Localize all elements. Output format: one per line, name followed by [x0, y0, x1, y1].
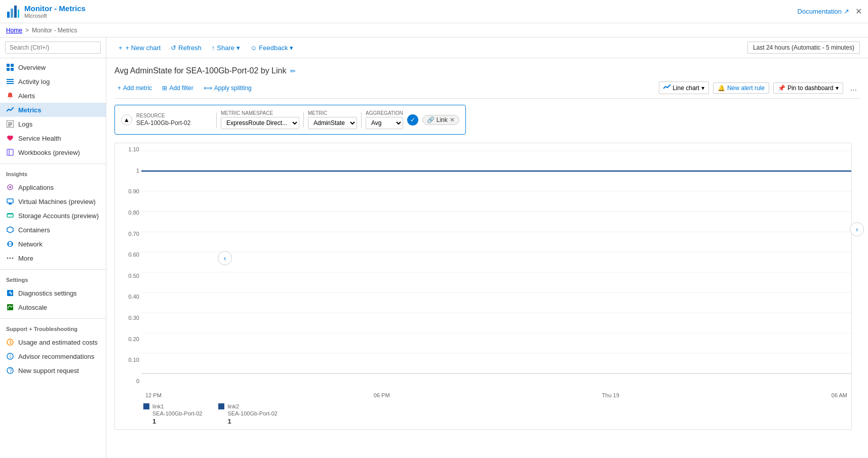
sidebar-divider-2 — [0, 269, 106, 270]
sidebar-item-overview[interactable]: Overview — [0, 60, 106, 74]
sidebar-divider-1 — [0, 163, 106, 164]
app-title-group: Monitor - Metrics Microsoft — [24, 4, 86, 19]
external-link-icon: ↗ — [844, 8, 849, 15]
aggregation-select[interactable]: Avg — [366, 117, 403, 129]
close-button[interactable]: ✕ — [855, 7, 862, 16]
aggregation-label: AGGREGATION — [366, 110, 403, 116]
share-icon: ↑ — [212, 44, 215, 52]
sidebar-item-more[interactable]: More — [0, 251, 106, 265]
sidebar-item-service-health[interactable]: Service Health — [0, 131, 106, 145]
sidebar-item-storage-accounts[interactable]: Storage Accounts (preview) — [0, 209, 106, 223]
sidebar-item-workbooks[interactable]: Workbooks (preview) — [0, 145, 106, 159]
chart-ctrl-right: Line chart ▾ 🔔 New alert rule 📌 Pin to d… — [659, 81, 860, 94]
edit-icon[interactable]: ✏ — [290, 67, 296, 75]
breadcrumb-home[interactable]: Home — [6, 27, 22, 34]
split-icon: ⟺ — [204, 85, 212, 92]
link-icon: 🔗 — [427, 116, 435, 123]
metric-field: METRIC AdminState — [308, 110, 357, 129]
support-icon: ? — [6, 366, 14, 374]
ellipsis-icon — [6, 254, 14, 262]
line-chart-icon — [663, 84, 670, 92]
sidebar-item-network[interactable]: Network — [0, 237, 106, 251]
sidebar-item-containers[interactable]: Containers — [0, 223, 106, 237]
pin-to-dashboard-button[interactable]: 📌 Pin to dashboard ▾ — [773, 82, 843, 94]
documentation-link[interactable]: Documentation ↗ — [798, 8, 849, 15]
search-input[interactable] — [5, 41, 101, 54]
confirm-metric-button[interactable]: ✓ — [407, 114, 418, 126]
legend-sublabel-link2: SEA-100Gb-Port-02 — [227, 410, 277, 417]
y-label-020: 0.20 — [117, 336, 139, 342]
sidebar-item-support-request[interactable]: ? New support request — [0, 363, 106, 378]
sidebar-insights-section: Applications Virtual Machines (preview) … — [0, 178, 106, 267]
y-label-110: 1.10 — [117, 146, 139, 152]
chart-area: ‹ Avg AdminState for SEA-100Gb-Port-02 b… — [106, 58, 868, 458]
new-alert-rule-button[interactable]: 🔔 New alert rule — [713, 82, 769, 94]
metric-label: METRIC — [308, 110, 357, 116]
y-label-1: 1 — [117, 168, 139, 174]
add-metric-button[interactable]: + Add metric — [114, 83, 155, 93]
topbar-right: Documentation ↗ ✕ — [798, 7, 862, 16]
sidebar-item-autoscale[interactable]: Autoscale — [0, 300, 106, 314]
sidebar-item-diagnostics[interactable]: Diagnostics settings — [0, 286, 106, 300]
advisor-icon: i — [6, 352, 14, 360]
sidebar-item-alerts[interactable]: Alerts — [0, 89, 106, 103]
list-icon — [6, 77, 14, 86]
more-options-button[interactable]: ... — [847, 82, 860, 94]
sidebar-item-logs[interactable]: Logs — [0, 117, 106, 131]
time-range-button[interactable]: Last 24 hours (Automatic - 5 minutes) — [747, 41, 860, 54]
svg-rect-6 — [7, 68, 10, 71]
pin-chevron-icon: ▾ — [836, 85, 839, 92]
share-button[interactable]: ↑ Share ▾ — [208, 42, 244, 54]
nav-arrow-left[interactable]: ‹ — [218, 251, 232, 265]
svg-point-26 — [7, 258, 9, 259]
y-label-090: 0.90 — [117, 188, 139, 194]
grid-icon — [6, 63, 14, 71]
namespace-select[interactable]: ExpressRoute Direct... — [221, 117, 299, 129]
svg-text:$: $ — [9, 340, 12, 345]
refresh-button[interactable]: ↺ Refresh — [167, 42, 206, 54]
chart-line-icon — [6, 106, 14, 114]
plus-icon: + — [119, 44, 123, 52]
feedback-button[interactable]: ☺ Feedback ▾ — [246, 42, 297, 54]
sidebar-label-more: More — [18, 255, 33, 262]
sidebar-label-logs: Logs — [18, 120, 32, 128]
sidebar-item-activity-log[interactable]: Activity log — [0, 74, 106, 89]
aggregation-field: AGGREGATION Avg — [366, 110, 403, 129]
svg-rect-23 — [7, 213, 13, 214]
metric-select[interactable]: AdminState — [308, 117, 357, 129]
resource-label: RESOURCE — [136, 113, 212, 118]
legend-text-link2: link2 — [227, 403, 239, 409]
sidebar-item-usage-costs[interactable]: $ Usage and estimated costs — [0, 335, 106, 349]
svg-rect-15 — [7, 149, 13, 155]
sidebar-item-metrics[interactable]: Metrics — [0, 103, 106, 117]
new-chart-button[interactable]: + + New chart — [114, 42, 165, 54]
y-label-080: 0.80 — [117, 210, 139, 216]
y-label-030: 0.30 — [117, 315, 139, 321]
namespace-field: METRIC NAMESPACE ExpressRoute Direct... — [221, 110, 299, 129]
add-filter-button[interactable]: ⊞ Add filter — [159, 83, 196, 93]
diagnostics-icon — [6, 289, 14, 297]
chart-graph: 1.10 1 0.90 0.80 0.70 0.60 0.50 0.40 0.3… — [114, 143, 852, 430]
chart-controls-bar: + Add metric ⊞ Add filter ⟺ Apply splitt… — [114, 81, 860, 99]
svg-rect-4 — [7, 64, 10, 67]
sidebar-item-applications[interactable]: Applications — [0, 180, 106, 194]
sidebar-label-activity-log: Activity log — [18, 78, 50, 86]
svg-point-28 — [12, 258, 14, 259]
link-tag-remove-button[interactable]: ✕ — [450, 116, 455, 123]
sidebar-item-advisor[interactable]: i Advisor recommendations — [0, 349, 106, 363]
refresh-icon: ↺ — [171, 44, 176, 52]
sidebar-label-autoscale: Autoscale — [18, 304, 47, 311]
sidebar-item-virtual-machines[interactable]: Virtual Machines (preview) — [0, 194, 106, 209]
metric-collapse-button[interactable]: ▲ — [121, 114, 132, 126]
svg-point-27 — [10, 258, 11, 259]
nav-arrow-right[interactable]: › — [850, 222, 864, 236]
apply-splitting-button[interactable]: ⟺ Apply splitting — [201, 83, 255, 93]
legend-value-link1: 1 — [152, 418, 202, 425]
app-title: Monitor - Metrics — [24, 4, 86, 13]
autoscale-icon — [6, 303, 14, 311]
chart-legend: link1 SEA-100Gb-Port-02 1 link2 SEA-100G… — [143, 403, 851, 429]
resource-input[interactable] — [136, 119, 212, 127]
chart-type-button[interactable]: Line chart ▾ — [659, 81, 709, 94]
y-label-010: 0.10 — [117, 357, 139, 363]
sidebar-label-containers: Containers — [18, 226, 50, 234]
